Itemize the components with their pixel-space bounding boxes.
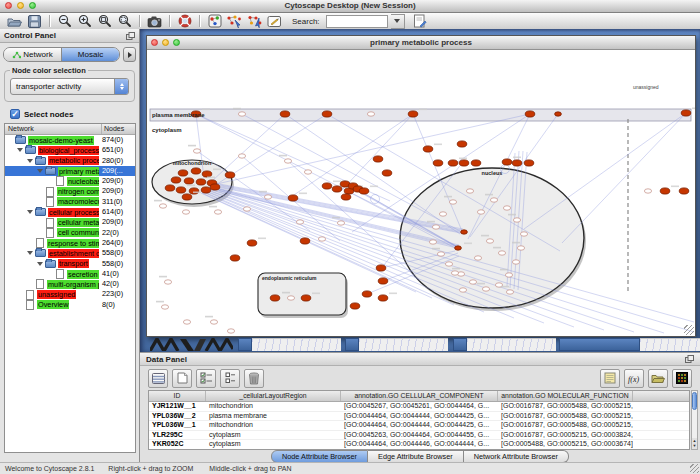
graph-node[interactable] bbox=[196, 179, 206, 185]
zoom-in-button[interactable] bbox=[76, 14, 93, 29]
zoom-selected-button[interactable] bbox=[96, 14, 113, 29]
graph-node[interactable] bbox=[304, 170, 311, 174]
graph-node[interactable] bbox=[482, 287, 489, 291]
table-column-header[interactable]: _cellularLayoutRegion bbox=[206, 391, 341, 401]
background-window-fragment[interactable] bbox=[559, 338, 640, 351]
tab-mosaic[interactable]: Mosaic bbox=[61, 48, 119, 61]
graph-node[interactable] bbox=[513, 218, 520, 222]
background-window-fragment[interactable] bbox=[467, 338, 556, 351]
graph-node[interactable] bbox=[525, 111, 535, 117]
background-window-fragment[interactable] bbox=[238, 338, 252, 351]
graph-node[interactable] bbox=[512, 160, 522, 166]
tree-row[interactable]: metabolic process280(0) bbox=[5, 156, 135, 166]
search-dropdown-button[interactable] bbox=[391, 14, 405, 29]
graph-node[interactable] bbox=[423, 146, 433, 152]
tree-row[interactable]: cellular metabo209(0) bbox=[5, 217, 135, 227]
minimize-button[interactable] bbox=[162, 39, 169, 46]
graph-node[interactable] bbox=[238, 154, 245, 158]
graph-node[interactable] bbox=[189, 188, 199, 194]
help-lifering-button[interactable] bbox=[176, 14, 193, 29]
graph-node[interactable] bbox=[451, 271, 458, 275]
graph-node[interactable] bbox=[201, 187, 211, 193]
graph-node[interactable] bbox=[679, 188, 689, 194]
window-resize-grip[interactable] bbox=[684, 325, 694, 335]
tree-row[interactable]: response to stimulu264(0) bbox=[5, 238, 135, 248]
graph-node[interactable] bbox=[182, 210, 189, 214]
vizmapper-button[interactable] bbox=[206, 14, 223, 29]
graph-node[interactable] bbox=[202, 171, 212, 177]
graph-node[interactable] bbox=[247, 240, 257, 246]
more-tabs-button[interactable] bbox=[123, 47, 136, 62]
graph-node[interactable] bbox=[341, 194, 351, 200]
maximize-button[interactable] bbox=[29, 2, 36, 9]
network-window-titlebar[interactable]: primary metabolic process bbox=[147, 36, 695, 50]
advanced-search-button[interactable] bbox=[412, 14, 429, 29]
graph-node[interactable] bbox=[373, 156, 383, 162]
graph-node[interactable] bbox=[644, 189, 651, 193]
graph-node[interactable] bbox=[469, 280, 476, 284]
table-row[interactable]: YPL036W__1mitochondrion[GO:0044464, GO:0… bbox=[149, 421, 689, 431]
background-window-fragment[interactable] bbox=[640, 338, 700, 351]
graph-node[interactable] bbox=[502, 159, 512, 165]
open-session-button[interactable] bbox=[6, 14, 23, 29]
graph-node[interactable] bbox=[322, 183, 332, 189]
graph-node[interactable] bbox=[337, 221, 344, 225]
graph-edge[interactable] bbox=[562, 113, 686, 243]
new-attribute-button[interactable] bbox=[172, 369, 192, 388]
graph-node[interactable] bbox=[517, 246, 524, 250]
delete-attribute-trash-button[interactable] bbox=[244, 369, 264, 388]
graph-node[interactable] bbox=[300, 238, 310, 244]
tree-row[interactable]: biological_process651(0) bbox=[5, 145, 135, 155]
graph-node[interactable] bbox=[376, 265, 386, 271]
graph-node[interactable] bbox=[486, 239, 493, 243]
graph-node[interactable] bbox=[498, 251, 505, 255]
close-button[interactable] bbox=[5, 2, 12, 9]
tree-row[interactable]: secretion41(0) bbox=[5, 269, 135, 279]
minimize-button[interactable] bbox=[17, 2, 24, 9]
zoom-fit-button[interactable] bbox=[116, 14, 133, 29]
matrix-heatmap-button[interactable] bbox=[672, 369, 692, 388]
tree-column-network[interactable]: Network bbox=[5, 124, 102, 134]
tree-row[interactable]: Overview8(0) bbox=[5, 300, 135, 310]
graph-node[interactable] bbox=[429, 240, 436, 244]
graph-node[interactable] bbox=[214, 210, 221, 214]
tree-row[interactable]: multi-organism pro42(0) bbox=[5, 279, 135, 289]
expand-arrow-icon[interactable] bbox=[37, 169, 43, 173]
graph-node[interactable] bbox=[301, 295, 311, 301]
graph-node[interactable] bbox=[210, 320, 217, 324]
graph-node[interactable] bbox=[466, 189, 473, 193]
graph-node[interactable] bbox=[359, 188, 369, 194]
graph-node[interactable] bbox=[270, 295, 280, 301]
save-session-button[interactable] bbox=[26, 14, 43, 29]
graph-node[interactable] bbox=[461, 230, 468, 234]
graph-node[interactable] bbox=[322, 111, 332, 117]
graph-node[interactable] bbox=[296, 220, 303, 224]
window-titlebar[interactable]: Cytoscape Desktop (New Session) bbox=[0, 0, 700, 13]
new-network-from-selection-button[interactable] bbox=[226, 14, 243, 29]
graph-node[interactable] bbox=[238, 112, 245, 116]
zoom-out-button[interactable] bbox=[56, 14, 73, 29]
graph-node[interactable] bbox=[230, 255, 240, 261]
tree-row[interactable]: nucleobase-209(0) bbox=[5, 176, 135, 186]
graph-node[interactable] bbox=[165, 185, 175, 191]
graph-node[interactable] bbox=[350, 303, 360, 309]
graph-node[interactable] bbox=[332, 186, 342, 192]
graph-node[interactable] bbox=[191, 168, 201, 174]
tree-row[interactable]: unassigned223(0) bbox=[5, 289, 135, 299]
snapshot-camera-button[interactable] bbox=[146, 14, 163, 29]
tree-row[interactable]: mosaic-demo-yeast874(0) bbox=[5, 135, 135, 145]
select-attributes-button[interactable] bbox=[148, 369, 168, 388]
background-window-fragment[interactable] bbox=[453, 338, 467, 351]
float-panel-icon[interactable] bbox=[126, 32, 135, 40]
graph-node[interactable] bbox=[432, 225, 439, 229]
graph-node[interactable] bbox=[459, 288, 466, 292]
graph-node[interactable] bbox=[457, 141, 467, 147]
attribute-table-header[interactable]: ID_cellularLayoutRegionannotation.GO CEL… bbox=[149, 391, 689, 402]
table-row[interactable]: YKR052Ccytoplasm[GO:0044464, GO:0044446,… bbox=[149, 440, 689, 450]
scroll-down-icon[interactable]: ▼ bbox=[693, 444, 697, 448]
maximize-button[interactable] bbox=[173, 39, 180, 46]
tree-row[interactable]: nitrogen compo209(0) bbox=[5, 186, 135, 196]
app-resize-grip[interactable] bbox=[690, 464, 699, 473]
graph-node[interactable] bbox=[318, 237, 325, 241]
graph-node[interactable] bbox=[284, 159, 291, 163]
